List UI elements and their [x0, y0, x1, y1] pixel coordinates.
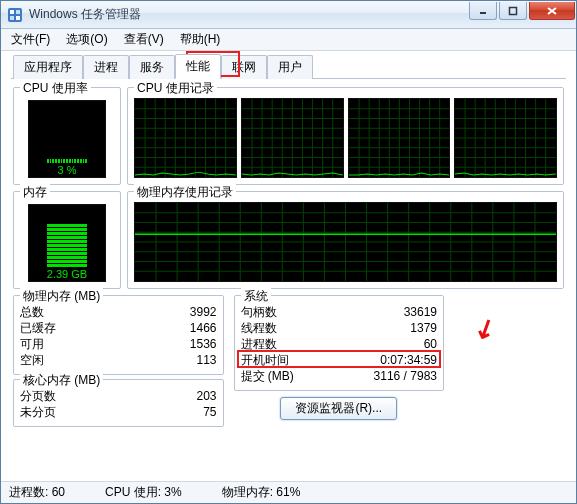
- svg-rect-1: [10, 10, 14, 14]
- cpu-history-group: CPU 使用记录: [127, 87, 564, 185]
- task-manager-window: Windows 任务管理器 文件(F) 选项(O) 查看(V) 帮助(H) 应用…: [0, 0, 577, 504]
- mem-chart: [134, 202, 557, 282]
- svg-rect-2: [16, 10, 20, 14]
- cpu-pct-value: 3 %: [29, 164, 105, 176]
- menu-file[interactable]: 文件(F): [3, 29, 58, 50]
- cached-label: 已缓存: [20, 320, 56, 336]
- tab-networking[interactable]: 联网: [221, 55, 267, 79]
- commit-value: 3116 / 7983: [374, 368, 437, 384]
- app-icon: [7, 7, 23, 23]
- maximize-button[interactable]: [499, 2, 527, 20]
- tab-services[interactable]: 服务: [129, 55, 175, 79]
- handles-label: 句柄数: [241, 304, 277, 320]
- resource-monitor-button[interactable]: 资源监视器(R)...: [280, 397, 397, 420]
- cpu-gauge: 3 %: [28, 100, 106, 178]
- status-cpu: CPU 使用: 3%: [105, 484, 182, 501]
- close-button[interactable]: [529, 2, 575, 20]
- system-group: 系统 句柄数33619 线程数1379 进程数60 开机时间0:07:34:59…: [234, 295, 445, 391]
- window-controls: [467, 2, 575, 22]
- total-label: 总数: [20, 304, 44, 320]
- status-processes: 进程数: 60: [9, 484, 65, 501]
- mem-usage-label: 内存: [20, 184, 50, 201]
- minimize-button[interactable]: [469, 2, 497, 20]
- threads-value: 1379: [410, 320, 437, 336]
- threads-label: 线程数: [241, 320, 277, 336]
- status-mem: 物理内存: 61%: [222, 484, 301, 501]
- uptime-value: 0:07:34:59: [380, 352, 437, 368]
- cpu-usage-label: CPU 使用率: [20, 80, 91, 97]
- phys-mem-label: 物理内存 (MB): [20, 288, 103, 305]
- available-value: 1536: [190, 336, 217, 352]
- mem-history-label: 物理内存使用记录: [134, 184, 236, 201]
- tab-applications[interactable]: 应用程序: [13, 55, 83, 79]
- processes-value: 60: [424, 336, 437, 352]
- kernel-mem-label: 核心内存 (MB): [20, 372, 103, 389]
- annotation-arrow-icon: ↙: [468, 310, 501, 347]
- available-label: 可用: [20, 336, 44, 352]
- tab-users[interactable]: 用户: [267, 55, 313, 79]
- menu-options[interactable]: 选项(O): [58, 29, 115, 50]
- tab-performance[interactable]: 性能: [175, 54, 221, 79]
- cpu-chart-2: [348, 98, 451, 178]
- menu-help[interactable]: 帮助(H): [172, 29, 229, 50]
- free-label: 空闲: [20, 352, 44, 368]
- cpu-chart-1: [241, 98, 344, 178]
- statusbar: 进程数: 60 CPU 使用: 3% 物理内存: 61%: [1, 481, 576, 503]
- tab-strip: 应用程序 进程 服务 性能 联网 用户: [11, 55, 566, 79]
- cpu-chart-0: [134, 98, 237, 178]
- tab-processes[interactable]: 进程: [83, 55, 129, 79]
- cpu-chart-3: [454, 98, 557, 178]
- paged-value: 203: [196, 388, 216, 404]
- free-value: 113: [196, 352, 216, 368]
- mem-gb-value: 2.39 GB: [29, 268, 105, 280]
- nonpaged-value: 75: [203, 404, 216, 420]
- svg-rect-6: [510, 7, 517, 14]
- system-label: 系统: [241, 288, 271, 305]
- mem-history-group: 物理内存使用记录: [127, 191, 564, 289]
- cpu-history-label: CPU 使用记录: [134, 80, 217, 97]
- commit-label: 提交 (MB): [241, 368, 294, 384]
- uptime-label: 开机时间: [241, 352, 289, 368]
- handles-value: 33619: [404, 304, 437, 320]
- paged-label: 分页数: [20, 388, 56, 404]
- kernel-mem-group: 核心内存 (MB) 分页数203 未分页75: [13, 379, 224, 427]
- cached-value: 1466: [190, 320, 217, 336]
- menu-view[interactable]: 查看(V): [116, 29, 172, 50]
- nonpaged-label: 未分页: [20, 404, 56, 420]
- total-value: 3992: [190, 304, 217, 320]
- performance-panel: CPU 使用率 3 % CPU 使用记录 内存: [1, 79, 576, 435]
- svg-rect-4: [16, 16, 20, 20]
- titlebar[interactable]: Windows 任务管理器: [1, 1, 576, 29]
- phys-mem-group: 物理内存 (MB) 总数3992 已缓存1466 可用1536 空闲113: [13, 295, 224, 375]
- svg-rect-3: [10, 16, 14, 20]
- mem-gauge: 2.39 GB: [28, 204, 106, 282]
- cpu-usage-group: CPU 使用率 3 %: [13, 87, 121, 185]
- menubar: 文件(F) 选项(O) 查看(V) 帮助(H): [1, 29, 576, 51]
- mem-usage-group: 内存 2.39 GB: [13, 191, 121, 289]
- processes-label: 进程数: [241, 336, 277, 352]
